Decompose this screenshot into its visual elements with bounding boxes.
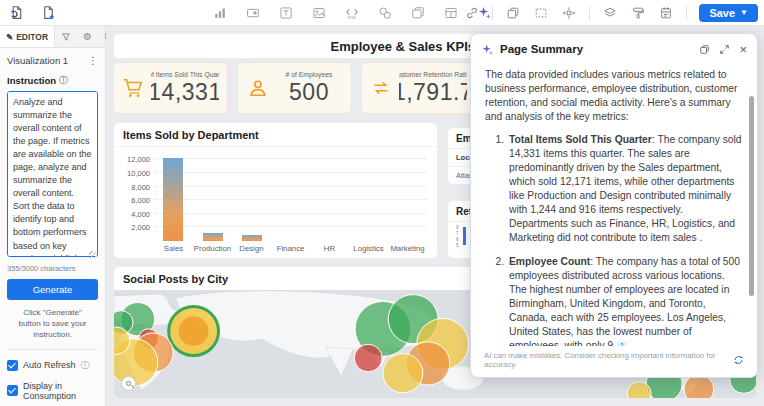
gear-icon: ⚙ [83,31,92,42]
map-bubble-yellow[interactable] [383,354,423,393]
clipboard-icon[interactable] [658,5,674,21]
insert-card-icon[interactable] [245,5,261,21]
bar-design[interactable] [242,235,262,241]
kpi-label: Customer Retention Rating [399,71,467,78]
map-zoom-button[interactable] [121,376,136,391]
reload-page-icon[interactable] [8,5,24,21]
sync-arrows-icon [370,78,392,98]
duplicate-icon[interactable] [505,5,521,21]
layers-icon[interactable] [602,5,618,21]
kpi-value: 14,331 [151,79,219,106]
save-dropdown-chevron-icon[interactable]: ▼ [740,8,748,17]
display-consumption-label: Display in Consumption [23,381,98,401]
insert-table-icon[interactable] [443,5,459,21]
panel-header: Page Summary × [471,34,757,64]
char-counter: 355/3000 characters [7,264,98,273]
bar-production[interactable] [203,233,223,241]
info-icon: ⓘ [59,74,68,87]
editor-sidebar: ✎ EDITOR ⚙ × Visualization 1 ⋮ Instructi… [0,26,106,406]
item-text: : The company sold 14,331 items this qua… [509,134,742,243]
people-icon [246,78,268,98]
kpi-retention[interactable]: Customer Retention Rating 1,791.7 [361,62,476,114]
disclaimer-text: AI can make mistakes. Consider checking … [484,351,733,369]
auto-refresh-checkbox[interactable] [7,360,18,371]
info-icon: ⓘ [81,359,90,372]
visualization-title: Visualization 1 [7,55,68,66]
kpi-items-sold[interactable]: # of Items Sold This Quarter 14,331 [113,62,228,114]
chart-title: Items Sold by Department [114,123,437,147]
insert-text-icon[interactable] [278,5,294,21]
generate-hint: Click "Generate" button to save your ins… [11,307,94,341]
insert-container-icon[interactable] [410,5,426,21]
panel-title: Page Summary [500,43,693,55]
display-consumption-checkbox[interactable] [7,385,18,396]
auto-refresh-label: Auto Refresh [23,360,76,370]
save-label: Save [709,7,735,19]
link-icon[interactable] [464,5,480,21]
item-title: Total Items Sold This Quarter [509,134,652,145]
kpi-employees[interactable]: # of Employees 500 [237,62,352,114]
item-title: Employee Count [509,256,590,267]
funnel-icon [61,32,71,42]
retention-axis-ticks: 9765 [456,225,459,248]
insert-chart-icon[interactable] [212,5,228,21]
sparkle-icon [481,43,494,56]
tab-editor-label: EDITOR [16,32,48,42]
magnifier-icon [126,381,131,386]
bar-sales[interactable] [163,158,183,241]
save-button[interactable]: Save ▼ [699,4,758,22]
item-text: : The company has a total of 500 employe… [509,256,740,351]
summary-item-1: 1. Total Items Sold This Quarter: The co… [491,133,743,245]
kpi-value: 500 [289,79,329,106]
generate-button[interactable]: Generate [7,279,98,300]
pencil-icon: ✎ [6,32,13,42]
summary-intro: The data provided includes various metri… [485,68,743,124]
retention-bar [463,227,466,245]
marquee-select-icon[interactable] [533,5,549,21]
regenerate-icon[interactable] [733,354,744,366]
kpi-value: 1,791.7 [399,79,467,106]
top-toolbar: HTML [0,0,764,26]
visualization-menu-icon[interactable]: ⋮ [88,55,98,66]
tab-filter[interactable] [55,26,77,47]
svg-text:HTML: HTML [348,15,357,19]
page-summary-panel: Page Summary × The data provided include… [470,33,758,378]
sidebar-tabs: ✎ EDITOR ⚙ × [0,26,105,48]
expand-icon[interactable] [719,44,730,55]
close-icon[interactable]: × [739,42,747,57]
insert-image-icon[interactable] [311,5,327,21]
tab-editor[interactable]: ✎ EDITOR [0,26,55,47]
summary-item-2: 2. Employee Count: The company has a tot… [491,255,743,353]
cart-icon [122,78,144,98]
items-sold-chart[interactable]: Items Sold by Department 12,00010,0008,0… [113,122,438,259]
format-painter-icon[interactable] [630,5,646,21]
instruction-label: Instruction [7,75,56,86]
summary-text: The data provided includes various metri… [471,64,757,377]
move-resize-icon[interactable] [561,5,577,21]
display-consumption-row[interactable]: Display in Consumption [7,381,98,401]
tab-settings[interactable]: ⚙ [77,26,98,47]
kpi-label: # of Items Sold This Quarter [151,71,219,78]
bar-chart-x-labels: SalesProductionDesignFinanceHRLogisticsM… [154,244,427,256]
insert-html-icon[interactable]: HTML [344,5,360,21]
panel-scrollbar-thumb[interactable] [749,96,754,296]
panel-footer: AI can make mistakes. Consider checking … [472,346,756,376]
copy-icon[interactable] [699,44,710,55]
instruction-input[interactable]: Analyze and summarize the overall conten… [7,91,98,257]
map-bubble-red[interactable] [354,344,382,371]
app-window: HTML [0,0,764,406]
kpi-label: # of Employees [286,71,333,78]
add-page-icon[interactable] [40,5,56,21]
insert-shape-icon[interactable] [377,5,393,21]
bar-chart-plot: 12,00010,0008,0006,0004,0002,000 [154,156,427,241]
auto-refresh-row[interactable]: Auto Refresh ⓘ [7,359,98,372]
map-bubble-yellow[interactable] [179,316,209,345]
